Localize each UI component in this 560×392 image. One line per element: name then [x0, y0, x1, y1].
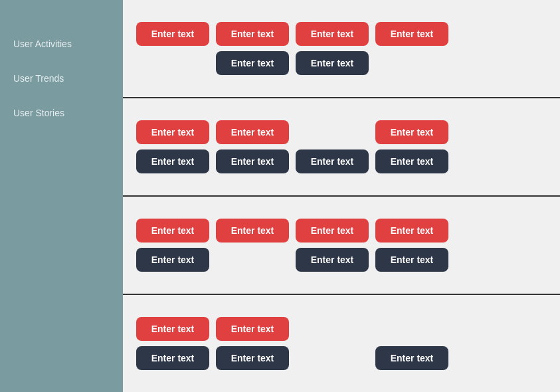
enter-text-button-1-1-4[interactable]: Enter text: [375, 22, 448, 46]
button-grid-3: Enter textEnter textEnter textEnter text…: [136, 219, 547, 272]
enter-text-button-4-1-1[interactable]: Enter text: [136, 317, 209, 341]
enter-text-button-3-2-4[interactable]: Enter text: [375, 248, 448, 272]
enter-text-button-2-2-3[interactable]: Enter text: [296, 149, 369, 173]
section-3: Enter textEnter textEnter textEnter text…: [123, 197, 560, 295]
button-grid-2: Enter textEnter textEnter textEnter text…: [136, 120, 547, 173]
enter-text-button-4-2-2[interactable]: Enter text: [216, 346, 289, 370]
button-row-4-2: Enter textEnter textEnter text: [136, 346, 547, 370]
enter-text-button-1-1-2[interactable]: Enter text: [216, 22, 289, 46]
enter-text-button-3-1-2[interactable]: Enter text: [216, 219, 289, 243]
section-1: Enter textEnter textEnter textEnter text…: [123, 0, 560, 98]
enter-text-button-2-1-2[interactable]: Enter text: [216, 120, 289, 144]
enter-text-button-4-1-2[interactable]: Enter text: [216, 317, 289, 341]
section-4: Enter textEnter textEnter textEnter text…: [123, 295, 560, 392]
section-2: Enter textEnter textEnter textEnter text…: [123, 98, 560, 197]
button-row-1-2: Enter textEnter text: [136, 51, 547, 75]
button-row-2-2: Enter textEnter textEnter textEnter text: [136, 149, 547, 173]
enter-text-button-2-1-1[interactable]: Enter text: [136, 120, 209, 144]
enter-text-button-2-1-4[interactable]: Enter text: [375, 120, 448, 144]
sidebar: User Activities User Trends User Stories: [0, 0, 123, 392]
enter-text-button-4-2-4[interactable]: Enter text: [375, 346, 448, 370]
button-grid-1: Enter textEnter textEnter textEnter text…: [136, 22, 547, 75]
enter-text-button-2-2-4[interactable]: Enter text: [375, 149, 448, 173]
enter-text-button-4-2-1[interactable]: Enter text: [136, 346, 209, 370]
button-row-1-1: Enter textEnter textEnter textEnter text: [136, 22, 547, 46]
enter-text-button-3-1-3[interactable]: Enter text: [296, 219, 369, 243]
enter-text-button-3-2-3[interactable]: Enter text: [296, 248, 369, 272]
sidebar-item-user-activities[interactable]: User Activities: [0, 27, 123, 61]
sidebar-item-user-stories[interactable]: User Stories: [0, 96, 123, 130]
enter-text-button-1-1-1[interactable]: Enter text: [136, 22, 209, 46]
button-row-4-1: Enter textEnter text: [136, 317, 547, 341]
enter-text-button-1-2-2[interactable]: Enter text: [216, 51, 289, 75]
enter-text-button-1-2-3[interactable]: Enter text: [296, 51, 369, 75]
enter-text-button-1-1-3[interactable]: Enter text: [296, 22, 369, 46]
enter-text-button-3-2-1[interactable]: Enter text: [136, 248, 209, 272]
enter-text-button-2-2-2[interactable]: Enter text: [216, 149, 289, 173]
button-grid-4: Enter textEnter textEnter textEnter text…: [136, 317, 547, 370]
enter-text-button-3-1-4[interactable]: Enter text: [375, 219, 448, 243]
button-row-2-1: Enter textEnter textEnter text: [136, 120, 547, 144]
main-content: Enter textEnter textEnter textEnter text…: [123, 0, 560, 392]
button-row-3-2: Enter textEnter textEnter text: [136, 248, 547, 272]
button-row-3-1: Enter textEnter textEnter textEnter text: [136, 219, 547, 243]
enter-text-button-3-1-1[interactable]: Enter text: [136, 219, 209, 243]
enter-text-button-2-2-1[interactable]: Enter text: [136, 149, 209, 173]
sidebar-item-user-trends[interactable]: User Trends: [0, 61, 123, 96]
